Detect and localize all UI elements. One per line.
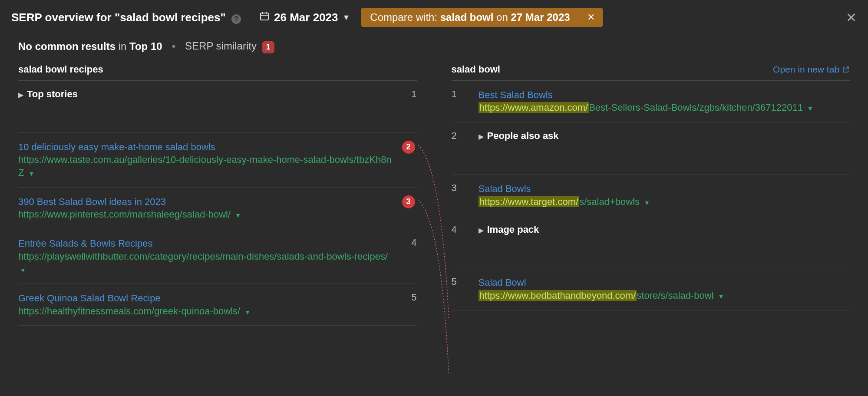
feature-label: Image pack bbox=[487, 224, 539, 235]
serp-row: 3Salad Bowlshttps://www.target.com/s/sal… bbox=[452, 175, 850, 216]
chevron-down-icon[interactable]: ▼ bbox=[235, 212, 241, 219]
chevron-down-icon[interactable]: ▼ bbox=[718, 293, 724, 300]
left-column-title: salad bowl recipes bbox=[18, 64, 103, 75]
date-picker[interactable]: 26 Mar 2023 ▼ bbox=[259, 11, 350, 24]
chevron-down-icon: ▼ bbox=[343, 13, 350, 22]
right-column-title: salad bowl bbox=[452, 64, 500, 75]
chevron-down-icon[interactable]: ▼ bbox=[29, 170, 35, 177]
chevron-down-icon[interactable]: ▼ bbox=[20, 267, 26, 274]
page-title: SERP overview for "salad bowl recipes" ? bbox=[11, 11, 241, 24]
rank-number: 4 bbox=[452, 224, 471, 235]
expand-icon: ▶ bbox=[18, 91, 23, 99]
rank-number: 4 bbox=[402, 237, 417, 248]
expand-icon: ▶ bbox=[479, 132, 484, 141]
serp-similarity: SERP similarity 1 bbox=[185, 40, 274, 53]
chevron-down-icon[interactable]: ▼ bbox=[644, 199, 650, 206]
serp-row: 10 deliciously easy make-at-home salad b… bbox=[18, 133, 417, 188]
rank-bubble: 3 bbox=[402, 195, 415, 208]
result-title[interactable]: Salad Bowl bbox=[479, 276, 850, 289]
highlighted-domain: https://www.target.com/ bbox=[479, 196, 580, 207]
result-title[interactable]: Entrée Salads & Bowls Recipes bbox=[18, 237, 394, 250]
result-url[interactable]: https://healthyfitnessmeals.com/greek-qu… bbox=[18, 305, 394, 318]
right-column: salad bowl Open in new tab 1Best Salad B… bbox=[452, 64, 850, 326]
result-title[interactable]: Greek Quinoa Salad Bowl Recipe bbox=[18, 292, 394, 305]
summary-bar: No common results in Top 10 • SERP simil… bbox=[0, 35, 868, 64]
rank-number: 1 bbox=[452, 89, 471, 100]
rank-number: 2 bbox=[452, 130, 471, 142]
result-title[interactable]: 390 Best Salad Bowl ideas in 2023 bbox=[18, 195, 394, 208]
serp-feature[interactable]: ▶People also ask bbox=[479, 130, 850, 142]
result-url[interactable]: https://www.taste.com.au/galleries/10-de… bbox=[18, 153, 394, 179]
rank-number: 5 bbox=[402, 292, 417, 303]
highlighted-domain: https://www.amazon.com/ bbox=[479, 102, 589, 113]
highlighted-domain: https://www.bedbathandbeyond.com/ bbox=[479, 290, 637, 301]
serp-feature[interactable]: ▶Image pack bbox=[479, 224, 850, 235]
serp-row: 1Best Salad Bowlshttps://www.amazon.com/… bbox=[452, 81, 850, 122]
expand-icon: ▶ bbox=[479, 226, 484, 234]
calendar-icon bbox=[259, 11, 270, 24]
rank-number: 1 bbox=[402, 89, 417, 100]
result-url[interactable]: https://playswellwithbutter.com/category… bbox=[18, 250, 394, 276]
help-icon[interactable]: ? bbox=[231, 14, 241, 24]
rank-number: 2 bbox=[402, 141, 417, 154]
serp-row: 4▶Image pack bbox=[452, 216, 850, 268]
similarity-badge: 1 bbox=[262, 41, 274, 53]
rank-bubble: 2 bbox=[402, 141, 415, 154]
common-results-text: No common results in Top 10 bbox=[18, 40, 162, 53]
serp-row: Entrée Salads & Bowls Recipeshttps://pla… bbox=[18, 229, 417, 284]
date-label: 26 Mar 2023 bbox=[274, 11, 338, 24]
open-new-tab-link[interactable]: Open in new tab bbox=[773, 64, 850, 75]
serp-row: 2▶People also ask bbox=[452, 122, 850, 175]
serp-row: ▶Top stories1 bbox=[18, 81, 417, 133]
svg-rect-0 bbox=[261, 13, 268, 20]
external-link-icon bbox=[842, 66, 850, 73]
left-column: salad bowl recipes ▶Top stories110 delic… bbox=[18, 64, 417, 326]
compare-close-button[interactable]: ✕ bbox=[579, 12, 603, 23]
compare-pill: Compare with: salad bowl on 27 Mar 2023 … bbox=[361, 8, 602, 27]
serp-row: 390 Best Salad Bowl ideas in 2023https:/… bbox=[18, 188, 417, 229]
rank-number: 3 bbox=[402, 195, 417, 208]
result-url[interactable]: https://www.pinterest.com/marshaleeg/sal… bbox=[18, 208, 394, 221]
header: SERP overview for "salad bowl recipes" ?… bbox=[0, 0, 868, 35]
compare-text: Compare with: salad bowl on 27 Mar 2023 bbox=[361, 11, 578, 23]
chevron-down-icon[interactable]: ▼ bbox=[807, 105, 813, 112]
feature-label: Top stories bbox=[27, 89, 78, 99]
result-title[interactable]: Best Salad Bowls bbox=[479, 89, 850, 102]
rank-number: 5 bbox=[452, 276, 471, 287]
serp-row: 5Salad Bowlhttps://www.bedbathandbeyond.… bbox=[452, 268, 850, 310]
serp-row: Greek Quinoa Salad Bowl Recipehttps://he… bbox=[18, 284, 417, 326]
result-url[interactable]: https://www.amazon.com/Best-Sellers-Sala… bbox=[479, 101, 850, 114]
feature-label: People also ask bbox=[487, 130, 559, 141]
result-url[interactable]: https://www.target.com/s/salad+bowls ▼ bbox=[479, 195, 850, 208]
rank-number: 3 bbox=[452, 182, 471, 194]
serp-feature[interactable]: ▶Top stories bbox=[18, 89, 394, 100]
result-title[interactable]: 10 deliciously easy make-at-home salad b… bbox=[18, 141, 394, 154]
close-icon[interactable]: ✕ bbox=[846, 10, 857, 25]
separator: • bbox=[172, 40, 175, 53]
chevron-down-icon[interactable]: ▼ bbox=[244, 309, 251, 316]
serp-columns: salad bowl recipes ▶Top stories110 delic… bbox=[0, 64, 868, 326]
result-url[interactable]: https://www.bedbathandbeyond.com/store/s… bbox=[479, 289, 850, 302]
result-title[interactable]: Salad Bowls bbox=[479, 182, 850, 195]
